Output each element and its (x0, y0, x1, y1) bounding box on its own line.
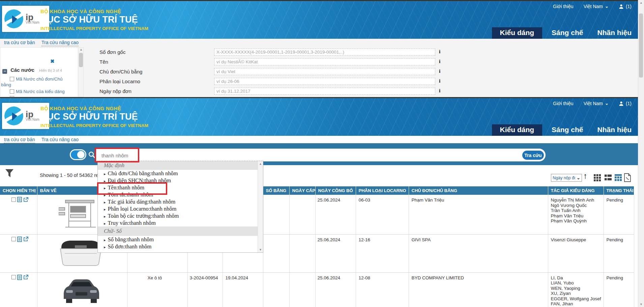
external-link-icon[interactable] (23, 275, 28, 280)
nav-basic-search-1[interactable]: tra cứu cơ bản (4, 40, 35, 46)
suggestion-item[interactable]: ▸Chủ đơn/Chủ bằng:thanh nhôm (98, 170, 263, 177)
tab-nhan-hieu[interactable]: Nhãn hiệu (592, 124, 636, 136)
filter-funnel-icon[interactable] (5, 168, 14, 178)
tab-sang-che[interactable]: Sáng chế (547, 27, 588, 39)
info-icon[interactable]: i (439, 88, 440, 94)
document-icon[interactable] (17, 237, 22, 242)
grid-view-icon[interactable] (593, 174, 601, 182)
sort-select[interactable]: Ngày nộp đơn ⌄ (551, 174, 582, 182)
caret-right-icon: ▸ (104, 245, 106, 249)
language-selector[interactable]: Việt Nam ⌄ (584, 4, 609, 9)
scroll-up-icon[interactable]: ▲ (258, 162, 263, 166)
top-links: Giới thiệu Việt Nam ⌄ (1) (553, 101, 632, 106)
about-link[interactable]: Giới thiệu (553, 101, 574, 106)
collapse-minus-icon[interactable]: − (2, 69, 7, 74)
suggestion-item[interactable]: ▸Tác giả kiểu dáng:thanh nhôm (98, 198, 263, 205)
close-icon[interactable]: ✖ (50, 58, 55, 64)
row-checkbox[interactable] (11, 275, 16, 279)
scrollbar-thumb[interactable] (79, 53, 83, 67)
chu-don-input[interactable] (214, 68, 435, 75)
language-label: Việt Nam (584, 101, 603, 106)
suggestion-item[interactable]: ▸Phân loại Locarno:thanh nhôm (98, 205, 263, 212)
pdf-export-icon[interactable] (624, 173, 631, 182)
suggestion-item[interactable]: ▸Số đơn:thanh nhôm (98, 243, 263, 250)
info-icon[interactable]: i (439, 78, 440, 84)
search-suggestions-dropdown: Mặc định ▸Chủ đơn/Chủ bằng:thanh nhôm ▸Đ… (97, 161, 263, 253)
caret-right-icon: ▸ (104, 238, 106, 242)
publish-date-cell: 25.06.2024 (315, 272, 356, 307)
document-icon[interactable] (17, 197, 22, 202)
checkbox[interactable] (10, 89, 14, 94)
row-checkbox[interactable] (11, 237, 16, 241)
annotation-box-search-input (95, 148, 139, 162)
filter-option[interactable]: Mã Nước chủ đơn/Chủ bằng (1, 76, 74, 88)
scroll-down-icon[interactable]: ▼ (638, 302, 644, 306)
results-table: CHỌN HIỂN THỊ BẢN VẼ SỐ BẰNG NGÀY CẤP NG… (0, 186, 634, 307)
suggestion-item[interactable]: ▸Số bằng:thanh nhôm (98, 236, 263, 243)
info-icon[interactable]: i (439, 59, 440, 64)
info-icon[interactable]: i (439, 68, 440, 74)
ngay-nop-input[interactable] (214, 88, 435, 95)
col-trang-thai[interactable]: TRẠNG THÁI (604, 186, 634, 195)
table-view-icon[interactable] (614, 174, 622, 182)
table-row: 25.06.2024 12-16 GIVI SPA Visenzi Giusep… (0, 234, 634, 272)
row-checkbox[interactable] (11, 197, 16, 202)
ministry-title: BỘ KHOA HỌC VÀ CÔNG NGHỆ (40, 8, 121, 14)
locarno-cell: 12-08 (356, 272, 409, 307)
filter-panel-scrollbar[interactable]: ▲ (78, 48, 84, 97)
so-don-goc-input[interactable] (214, 49, 435, 56)
col-so-bang[interactable]: SỐ BẰNG (263, 186, 289, 195)
col-chon-hien-thi[interactable]: CHỌN HIỂN THỊ (0, 186, 37, 195)
sort-direction-icon[interactable]: ↑ (583, 171, 587, 181)
search-mode-toggle[interactable] (70, 149, 86, 160)
col-phan-loai-locarno[interactable]: PHÂN LOẠI LOCARNO (356, 186, 409, 195)
tab-kieu-dang[interactable]: Kiểu dáng (492, 27, 543, 39)
page-scrollbar[interactable]: ▲ ▼ (638, 0, 644, 307)
tab-nhan-hieu[interactable]: Nhãn hiệu (592, 27, 636, 39)
suggestion-group-header: Chữ- Số (98, 226, 263, 236)
scroll-up-icon[interactable]: ▲ (78, 48, 84, 52)
locarno-input[interactable] (214, 78, 435, 85)
nav-advanced-search-1[interactable]: Tra cứu nâng cao (41, 40, 79, 46)
filter-option[interactable]: Mã Nước của kiểu dáng (1, 89, 74, 94)
dropdown-scrollbar[interactable]: ▲ ▼ (258, 161, 263, 252)
search-input[interactable] (101, 149, 507, 162)
suggestion-item[interactable]: ▸Toàn bộ các trường:thanh nhôm (98, 212, 263, 219)
scrollbar-thumb[interactable] (639, 13, 643, 78)
about-link[interactable]: Giới thiệu (553, 4, 574, 9)
document-icon[interactable] (17, 275, 22, 280)
filter-option-clipped[interactable] (1, 95, 74, 97)
app-no-cell: 3-2024-00954 (187, 272, 223, 307)
tab-kieu-dang[interactable]: Kiểu dáng (492, 124, 543, 136)
owner-cell: GIVI SPA (409, 234, 548, 272)
owner-cell: BYD COMPANY LIMITED (409, 272, 548, 307)
scroll-down-icon[interactable]: ▼ (258, 248, 263, 252)
logo-region-text: Viet Nam (26, 21, 39, 24)
nav-basic-search-2[interactable]: tra cứu cơ bản (4, 137, 35, 143)
info-icon[interactable]: i (439, 49, 440, 55)
nav-advanced-search-2[interactable]: Tra cứu nâng cao (41, 137, 79, 143)
list-view-icon[interactable] (604, 174, 612, 182)
checkbox[interactable] (10, 96, 14, 97)
field-label-so-don-goc: Số đơn gốc (99, 49, 125, 55)
search-button[interactable]: Tra cứu (521, 150, 545, 161)
drawing-thumbnail[interactable] (59, 275, 104, 306)
tab-sang-che[interactable]: Sáng chế (547, 124, 588, 136)
scroll-up-icon[interactable]: ▲ (638, 1, 644, 5)
caret-right-icon: ▸ (104, 200, 106, 204)
col-chu-don[interactable]: CHỦ ĐƠN/CHỦ BẰNG (409, 186, 548, 195)
suggestion-item[interactable]: ▸Truy vấn:thanh nhôm (98, 219, 263, 226)
ministry-title: BỘ KHOA HỌC VÀ CÔNG NGHỆ (40, 105, 121, 111)
country-filter-panel: ✖ − Các nước Hiển thị 3 of 4 Mã Nước chủ… (0, 47, 84, 97)
language-selector[interactable]: Việt Nam ⌄ (584, 101, 609, 106)
col-ngay-cap[interactable]: NGÀY CẤP (289, 186, 315, 195)
external-link-icon[interactable] (23, 197, 28, 202)
external-link-icon[interactable] (23, 237, 28, 242)
ten-input[interactable] (214, 58, 435, 65)
col-tac-gia[interactable]: TÁC GIẢ KIỂU DÁNG (548, 186, 604, 195)
checkbox[interactable] (10, 77, 14, 81)
caret-right-icon: ▸ (104, 214, 106, 218)
col-ngay-cong-bo[interactable]: NGÀY CÔNG BỐ (315, 186, 356, 195)
user-menu[interactable]: (1) (619, 101, 632, 106)
user-menu[interactable]: (1) (619, 4, 632, 9)
